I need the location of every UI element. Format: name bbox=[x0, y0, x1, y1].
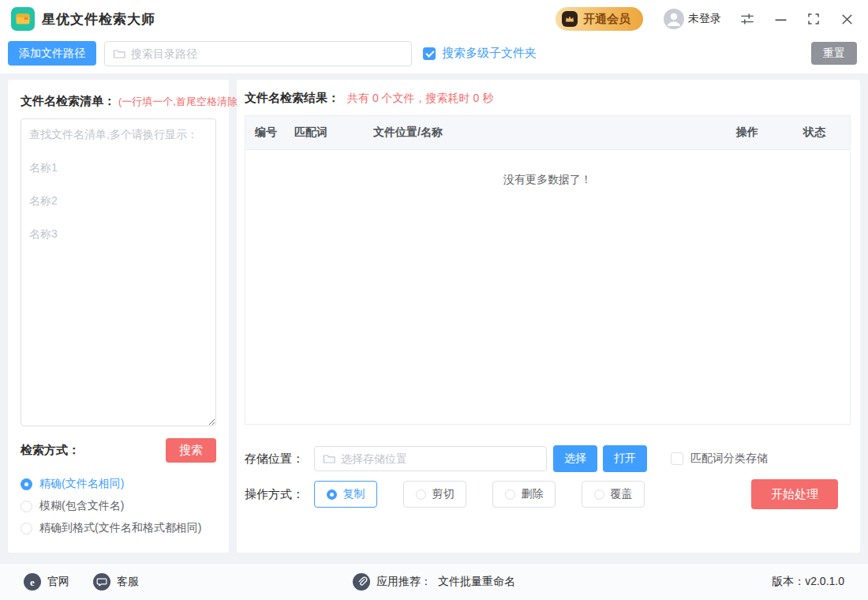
folder-icon bbox=[323, 452, 335, 465]
op-option-cut[interactable]: 剪切 bbox=[403, 481, 466, 508]
mode-option-exact-format[interactable]: 精确到格式(文件名和格式都相同) bbox=[21, 517, 216, 539]
op-option-label: 覆盖 bbox=[611, 487, 633, 501]
search-button[interactable]: 搜索 bbox=[166, 438, 216, 463]
results-table-body: 没有更多数据了！ bbox=[245, 150, 850, 424]
results-status: 共有 0 个文件，搜索耗时 0 秒 bbox=[347, 92, 493, 106]
paperclip-icon bbox=[353, 573, 370, 591]
recommend-label: 应用推荐： bbox=[376, 575, 432, 589]
vip-button[interactable]: 开通会员 bbox=[556, 7, 643, 31]
svg-text:e: e bbox=[30, 576, 35, 588]
col-file-path: 文件位置/名称 bbox=[373, 126, 716, 140]
start-process-button[interactable]: 开始处理 bbox=[751, 479, 838, 509]
op-option-label: 复制 bbox=[343, 487, 365, 501]
op-option-overwrite[interactable]: 覆盖 bbox=[582, 481, 645, 508]
radio-unselected-icon bbox=[416, 489, 426, 500]
settings-sliders-icon[interactable] bbox=[740, 12, 754, 26]
name-list-note: (一行填一个,首尾空格清除) bbox=[118, 95, 241, 109]
login-status: 未登录 bbox=[688, 12, 721, 26]
version-text: 版本：v2.0.1.0 bbox=[772, 575, 844, 589]
subfolder-checkbox-label: 搜索多级子文件夹 bbox=[442, 46, 537, 61]
classify-checkbox-label: 匹配词分类存储 bbox=[690, 452, 768, 466]
name-list-title: 文件名检索清单： bbox=[21, 94, 115, 109]
footer: e 官网 客服 应用推荐： 文件批量重命名 bbox=[0, 563, 868, 600]
radio-unselected-icon bbox=[594, 489, 604, 500]
checkbox-unchecked-icon bbox=[671, 452, 683, 465]
op-option-label: 剪切 bbox=[432, 487, 455, 501]
website-link[interactable]: e 官网 bbox=[24, 573, 69, 591]
op-option-delete[interactable]: 删除 bbox=[492, 481, 556, 508]
storage-row: 存储位置： 选择 打开 匹配词分类存储 bbox=[245, 445, 851, 472]
results-title: 文件名检索结果： bbox=[245, 91, 339, 106]
close-button[interactable] bbox=[840, 12, 854, 26]
choose-location-button[interactable]: 选择 bbox=[553, 445, 597, 472]
classify-checkbox[interactable]: 匹配词分类存储 bbox=[671, 452, 768, 466]
results-table: 编号 匹配词 文件位置/名称 操作 状态 没有更多数据了！ bbox=[245, 115, 851, 425]
name-list-textarea[interactable] bbox=[21, 118, 216, 426]
op-option-copy[interactable]: 复制 bbox=[314, 481, 377, 508]
recommend-app-link[interactable]: 文件批量重命名 bbox=[438, 575, 515, 589]
support-label: 客服 bbox=[117, 575, 139, 589]
crown-badge-icon bbox=[562, 11, 578, 27]
left-panel: 文件名检索清单： (一行填一个,首尾空格清除) 检索方式： 搜索 精确(文件名相… bbox=[8, 80, 229, 553]
radio-unselected-icon bbox=[21, 523, 32, 534]
app-window: 星优文件检索大师 开通会员 未登录 bbox=[0, 0, 868, 600]
checkbox-checked-icon bbox=[423, 47, 436, 60]
mode-option-label: 精确到格式(文件名和格式都相同) bbox=[39, 521, 201, 535]
col-action: 操作 bbox=[716, 126, 779, 140]
minimize-button[interactable] bbox=[773, 12, 788, 26]
name-list-header: 文件名检索清单： (一行填一个,首尾空格清除) bbox=[21, 94, 216, 109]
open-location-button[interactable]: 打开 bbox=[603, 445, 647, 472]
operation-label: 操作方式： bbox=[245, 487, 314, 502]
search-mode-label: 检索方式： bbox=[21, 443, 80, 458]
radio-unselected-icon bbox=[21, 501, 32, 512]
results-table-header: 编号 匹配词 文件位置/名称 操作 状态 bbox=[245, 116, 850, 150]
search-dir-input[interactable] bbox=[131, 47, 403, 60]
storage-input-wrap bbox=[314, 446, 547, 471]
folder-icon bbox=[113, 47, 125, 60]
col-number: 编号 bbox=[245, 126, 294, 140]
radio-unselected-icon bbox=[505, 489, 515, 500]
results-header: 文件名检索结果： 共有 0 个文件，搜索耗时 0 秒 bbox=[245, 91, 851, 106]
right-panel: 文件名检索结果： 共有 0 个文件，搜索耗时 0 秒 编号 匹配词 文件位置/名… bbox=[237, 80, 860, 553]
col-match-word: 匹配词 bbox=[294, 126, 373, 140]
app-recommendation: 应用推荐： 文件批量重命名 bbox=[353, 564, 515, 600]
content: 文件名检索清单： (一行填一个,首尾空格清除) 检索方式： 搜索 精确(文件名相… bbox=[0, 73, 868, 563]
subfolder-checkbox[interactable]: 搜索多级子文件夹 bbox=[423, 46, 537, 61]
storage-path-input[interactable] bbox=[341, 452, 538, 465]
mode-option-label: 模糊(包含文件名) bbox=[39, 499, 124, 513]
mode-option-exact[interactable]: 精确(文件名相同) bbox=[21, 473, 216, 495]
add-path-button[interactable]: 添加文件路径 bbox=[8, 41, 96, 66]
op-option-label: 删除 bbox=[522, 487, 544, 501]
storage-label: 存储位置： bbox=[245, 452, 314, 467]
reset-button[interactable]: 重置 bbox=[811, 42, 857, 65]
path-input-wrap bbox=[104, 41, 412, 66]
avatar-icon bbox=[664, 9, 684, 29]
radio-selected-icon bbox=[21, 478, 32, 490]
radio-selected-icon bbox=[327, 489, 337, 500]
account[interactable]: 未登录 bbox=[664, 9, 721, 29]
chat-bubble-icon bbox=[93, 573, 110, 591]
toolbar: 添加文件路径 搜索多级子文件夹 重置 bbox=[0, 38, 868, 73]
search-mode-row: 检索方式： 搜索 bbox=[21, 438, 216, 463]
search-mode-options: 精确(文件名相同) 模糊(包含文件名) 精确到格式(文件名和格式都相同) bbox=[21, 473, 216, 539]
website-label: 官网 bbox=[47, 575, 69, 589]
app-logo-icon bbox=[11, 7, 35, 31]
empty-state-text: 没有更多数据了！ bbox=[245, 150, 850, 187]
support-link[interactable]: 客服 bbox=[93, 573, 139, 591]
mode-option-fuzzy[interactable]: 模糊(包含文件名) bbox=[21, 495, 216, 517]
app-title: 星优文件检索大师 bbox=[42, 10, 155, 28]
website-icon: e bbox=[24, 573, 41, 591]
maximize-button[interactable] bbox=[806, 12, 821, 26]
col-status: 状态 bbox=[779, 126, 850, 140]
vip-button-label: 开通会员 bbox=[583, 12, 630, 27]
mode-option-label: 精确(文件名相同) bbox=[39, 477, 124, 491]
titlebar: 星优文件检索大师 开通会员 未登录 bbox=[0, 0, 868, 38]
operation-row: 操作方式： 复制 剪切 删除 覆盖 开始处理 bbox=[245, 479, 851, 509]
